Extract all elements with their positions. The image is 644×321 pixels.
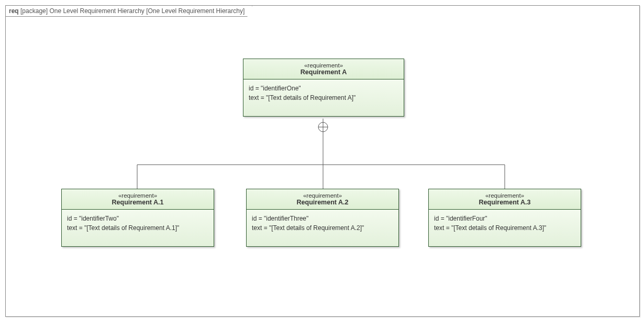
text-line: text = "[Text details of Requirement A.3… — [434, 223, 575, 233]
frame-tab: req [package] One Level Requirement Hier… — [5, 5, 252, 17]
connectors — [6, 6, 639, 316]
id-line: id = "identifierTwo" — [67, 214, 208, 223]
text-line: text = "[Text details of Requirement A.1… — [67, 223, 208, 233]
stereotype-label: «requirement» — [433, 192, 576, 199]
stereotype-label: «requirement» — [251, 192, 394, 199]
requirement-body: id = "identifierThree" text = "[Text det… — [247, 210, 398, 246]
requirement-header: «requirement» Requirement A — [243, 59, 404, 79]
frame-bracket: [One Level Requirement Hierarchy] — [146, 7, 245, 15]
requirement-header: «requirement» Requirement A.2 — [247, 189, 398, 210]
frame-type: [package] — [20, 7, 48, 15]
id-line: id = "identifierOne" — [249, 84, 398, 93]
requirement-name: Requirement A.1 — [66, 199, 209, 206]
requirement-name: Requirement A.3 — [433, 199, 576, 206]
requirement-parent: «requirement» Requirement A id = "identi… — [243, 59, 404, 117]
requirement-body: id = "identifierOne" text = "[Text detai… — [243, 79, 404, 116]
requirement-header: «requirement» Requirement A.3 — [429, 189, 581, 210]
frame-kind: req — [9, 7, 19, 15]
text-line: text = "[Text details of Requirement A]" — [249, 93, 398, 102]
svg-point-1 — [318, 122, 328, 132]
stereotype-label: «requirement» — [66, 192, 209, 199]
requirement-body: id = "identifierFour" text = "[Text deta… — [429, 210, 581, 246]
requirement-child-2: «requirement» Requirement A.2 id = "iden… — [246, 189, 399, 247]
requirement-name: Requirement A — [248, 68, 399, 76]
requirement-child-3: «requirement» Requirement A.3 id = "iden… — [428, 189, 581, 247]
stereotype-label: «requirement» — [248, 62, 399, 68]
requirement-header: «requirement» Requirement A.1 — [62, 189, 214, 210]
id-line: id = "identifierThree" — [252, 214, 393, 223]
requirement-body: id = "identifierTwo" text = "[Text detai… — [62, 210, 214, 246]
id-line: id = "identifierFour" — [434, 214, 575, 223]
frame-title: One Level Requirement Hierarchy — [49, 7, 144, 15]
diagram-frame: req [package] One Level Requirement Hier… — [5, 5, 640, 317]
requirement-name: Requirement A.2 — [251, 199, 394, 206]
text-line: text = "[Text details of Requirement A.2… — [252, 223, 393, 233]
requirement-child-1: «requirement» Requirement A.1 id = "iden… — [61, 189, 214, 247]
